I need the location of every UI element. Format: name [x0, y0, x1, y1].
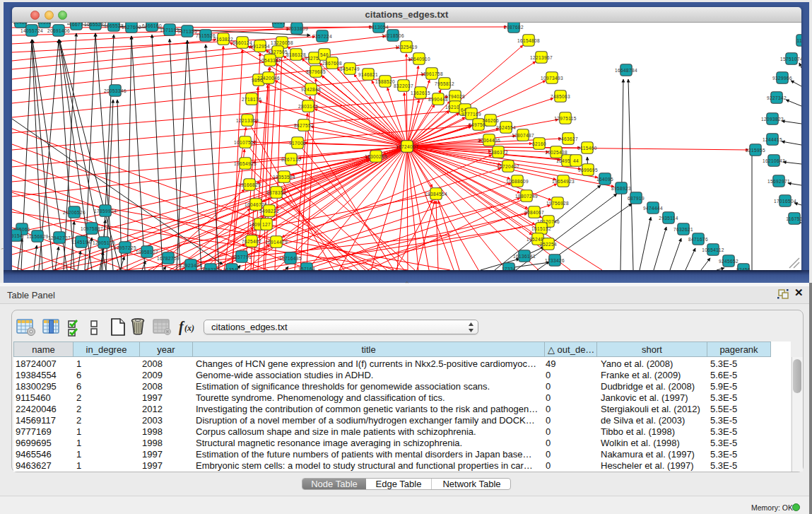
svg-text:7955812: 7955812	[435, 81, 454, 86]
svg-text:16961758: 16961758	[420, 71, 443, 76]
svg-text:8471676: 8471676	[688, 237, 708, 242]
svg-text:8215955: 8215955	[746, 148, 765, 153]
svg-text:12353594: 12353594	[273, 175, 295, 180]
svg-text:8427552: 8427552	[294, 123, 314, 128]
svg-text:12093823: 12093823	[761, 117, 784, 122]
svg-text:18807249: 18807249	[515, 194, 538, 199]
svg-text:15692971: 15692971	[767, 179, 790, 184]
svg-text:16677: 16677	[69, 23, 83, 27]
svg-text:7386372: 7386372	[488, 150, 508, 155]
svg-text:1065528: 1065528	[104, 23, 124, 28]
svg-text:9227342: 9227342	[767, 95, 787, 100]
svg-text:92456: 92456	[736, 267, 751, 270]
svg-text:44: 44	[573, 158, 579, 163]
svg-text:8879685: 8879685	[306, 69, 326, 74]
svg-text:1527602: 1527602	[122, 25, 141, 30]
svg-text:2718176: 2718176	[242, 97, 261, 102]
svg-text:19654923: 19654923	[552, 179, 575, 184]
svg-text:2935114: 2935114	[659, 216, 678, 221]
svg-text:39154: 39154	[12, 233, 23, 238]
svg-text:1615152: 1615152	[531, 226, 551, 231]
svg-text:12942737: 12942737	[48, 235, 71, 240]
svg-text:9474444: 9474444	[643, 206, 663, 211]
svg-text:7632621: 7632621	[673, 227, 693, 232]
svg-text:7515526: 7515526	[196, 33, 216, 38]
svg-text:7625402: 7625402	[242, 239, 261, 244]
svg-text:2087682: 2087682	[504, 25, 524, 30]
svg-text:18640910: 18640910	[408, 57, 430, 62]
svg-text:7485063: 7485063	[551, 94, 570, 99]
svg-text:1244415: 1244415	[763, 137, 782, 142]
svg-text:9245652: 9245652	[719, 259, 739, 264]
svg-text:164095: 164095	[596, 177, 613, 182]
svg-text:8958923: 8958923	[611, 186, 631, 191]
svg-text:10958107: 10958107	[136, 250, 158, 255]
svg-text:12905135: 12905135	[93, 240, 115, 245]
svg-text:14055724: 14055724	[20, 28, 43, 33]
svg-text:129234: 129234	[202, 267, 219, 270]
svg-text:16648784: 16648784	[615, 68, 637, 73]
svg-text:18300295: 18300295	[365, 154, 387, 159]
svg-text:11156829: 11156829	[26, 234, 48, 239]
svg-text:(x): (x)	[184, 323, 194, 333]
svg-text:8454749: 8454749	[340, 66, 360, 71]
svg-text:1362615: 1362615	[411, 90, 430, 95]
svg-text:9777169: 9777169	[461, 112, 481, 117]
svg-text:8912954: 8912954	[250, 44, 270, 49]
svg-text:12213967: 12213967	[530, 55, 553, 60]
svg-text:10107552: 10107552	[234, 140, 257, 145]
svg-text:16061: 16061	[271, 23, 286, 25]
svg-text:3624554: 3624554	[496, 125, 516, 130]
svg-text:116753: 116753	[786, 216, 801, 221]
svg-text:113542: 113542	[223, 267, 240, 270]
svg-text:6794028: 6794028	[445, 94, 465, 99]
svg-text:19384554: 19384554	[425, 192, 447, 197]
svg-text:16136141: 16136141	[513, 254, 536, 259]
svg-text:8878352: 8878352	[266, 190, 286, 195]
svg-text:9084067: 9084067	[524, 210, 544, 215]
svg-text:6466160: 6466160	[142, 23, 162, 28]
svg-text:16914479: 16914479	[265, 240, 288, 245]
svg-text:16210643: 16210643	[763, 158, 785, 163]
svg-text:252254: 252254	[540, 242, 557, 247]
svg-text:917006: 917006	[289, 141, 306, 146]
svg-text:2803144: 2803144	[298, 104, 318, 109]
svg-text:8186328: 8186328	[286, 52, 306, 57]
svg-text:9327505: 9327505	[268, 49, 288, 54]
svg-text:5498222: 5498222	[259, 209, 279, 214]
svg-text:16154808: 16154808	[517, 38, 540, 43]
svg-text:20206526: 20206526	[63, 210, 86, 215]
svg-text:17016504: 17016504	[774, 199, 796, 204]
svg-text:1733426: 1733426	[545, 258, 565, 263]
svg-text:9699695: 9699695	[578, 168, 598, 173]
svg-text:10688609: 10688609	[506, 179, 529, 184]
svg-text:9329966: 9329966	[772, 76, 792, 81]
svg-text:17859924: 17859924	[94, 209, 117, 214]
svg-text:17957225: 17957225	[114, 245, 136, 250]
svg-text:12975115: 12975115	[554, 116, 577, 121]
svg-text:19654925: 19654925	[234, 161, 257, 166]
svg-text:15716485: 15716485	[279, 256, 302, 261]
svg-text:15751074: 15751074	[780, 57, 801, 62]
svg-text:10973493: 10973493	[541, 76, 563, 81]
svg-text:546: 546	[320, 52, 329, 57]
svg-text:1145194: 1145194	[71, 240, 91, 245]
svg-text:20364436: 20364436	[478, 138, 500, 143]
svg-text:17334: 17334	[502, 267, 516, 270]
svg-text:8813054: 8813054	[369, 25, 389, 30]
svg-text:19218506: 19218506	[382, 33, 404, 38]
svg-text:15720407: 15720407	[497, 164, 519, 169]
svg-text:9242848: 9242848	[301, 87, 321, 92]
svg-text:10975887: 10975887	[81, 226, 103, 231]
svg-text:11325419: 11325419	[395, 45, 418, 49]
svg-text:9463627: 9463627	[558, 136, 578, 141]
svg-text:18724007: 18724007	[396, 144, 418, 149]
svg-text:10654112: 10654112	[702, 247, 724, 252]
svg-text:22420046: 22420046	[257, 76, 280, 81]
svg-text:7163822: 7163822	[213, 37, 233, 42]
svg-text:10807487: 10807487	[512, 133, 534, 138]
svg-text:746266: 746266	[482, 118, 499, 123]
svg-text:10025438: 10025438	[545, 150, 567, 155]
svg-text:10033809: 10033809	[286, 26, 308, 31]
svg-text:157164: 157164	[298, 267, 315, 270]
